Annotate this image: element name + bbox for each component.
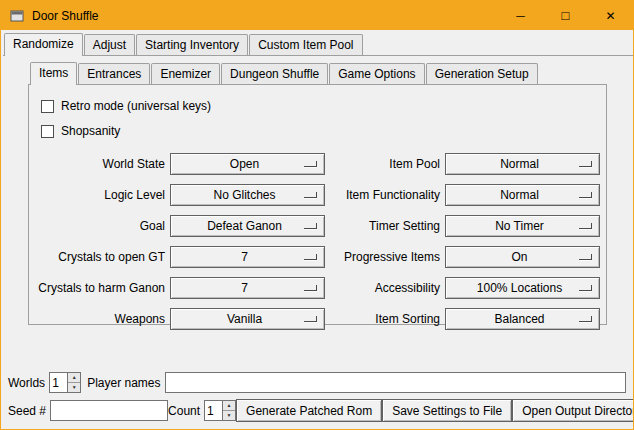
weapons-dropdown[interactable]: Vanilla [170,308,325,330]
checkbox-box-icon [41,100,54,113]
tab-enemizer[interactable]: Enemizer [151,63,220,84]
door-shuffle-window: Door Shuffle ─ □ ✕ Randomize Adjust Star… [0,0,634,430]
count-input[interactable] [205,401,222,420]
worlds-spinner[interactable]: ▲ ▼ [49,372,81,393]
worlds-label: Worlds [8,376,45,390]
save-settings-button[interactable]: Save Settings to File [382,399,512,422]
checkbox-box-icon [41,125,54,138]
seed-input[interactable] [50,400,168,421]
timer-setting-label: Timer Setting [330,215,440,237]
goal-label: Goal [35,215,165,237]
world-state-value: Open [230,157,265,171]
dropdown-indicator-icon [579,254,592,260]
progressive-items-dropdown[interactable]: On [445,246,600,268]
item-pool-label: Item Pool [330,153,440,175]
tab-starting-inventory[interactable]: Starting Inventory [136,34,248,55]
spin-up-icon[interactable]: ▲ [68,373,80,383]
generate-row: Seed # Count ▲ ▼ Generate Patched Rom Sa… [8,399,626,422]
spin-up-icon[interactable]: ▲ [223,401,235,411]
crystals-open-gt-value: 7 [241,250,254,264]
timer-setting-dropdown[interactable]: No Timer [445,215,600,237]
player-names-label: Player names [87,376,160,390]
item-sorting-dropdown[interactable]: Balanced [445,308,600,330]
logic-level-dropdown[interactable]: No Glitches [170,184,325,206]
dropdown-indicator-icon [579,316,592,322]
items-pane: Retro mode (universal keys) Shopsanity W… [28,84,607,325]
tab-dungeon-shuffle[interactable]: Dungeon Shuffle [221,63,328,84]
player-names-input[interactable] [165,372,627,393]
shopsanity-label: Shopsanity [61,124,120,138]
count-spinner[interactable]: ▲ ▼ [204,400,236,421]
tab-adjust[interactable]: Adjust [84,34,135,55]
crystals-open-gt-dropdown[interactable]: 7 [170,246,325,268]
settings-grid: World State Open Item Pool Normal Logic … [35,153,600,330]
window-title: Door Shuffle [32,9,99,23]
window-controls: ─ □ ✕ [498,1,633,30]
world-state-dropdown[interactable]: Open [170,153,325,175]
retro-mode-checkbox[interactable]: Retro mode (universal keys) [41,96,600,116]
seed-label: Seed # [8,404,46,418]
tab-randomize[interactable]: Randomize [4,33,83,56]
minimize-icon: ─ [516,11,525,21]
crystals-harm-ganon-label: Crystals to harm Ganon [35,277,165,299]
crystals-harm-ganon-value: 7 [241,281,254,295]
item-pool-value: Normal [500,157,545,171]
dropdown-indicator-icon [304,254,317,260]
item-functionality-dropdown[interactable]: Normal [445,184,600,206]
world-state-label: World State [35,153,165,175]
randomize-notebook: Items Entrances Enemizer Dungeon Shuffle… [28,62,607,325]
maximize-button[interactable]: □ [543,1,588,30]
logic-level-value: No Glitches [213,188,281,202]
maximize-icon: □ [562,9,570,22]
title-bar[interactable]: Door Shuffle ─ □ ✕ [1,1,633,30]
open-output-directory-button[interactable]: Open Output Directory [512,399,634,422]
tab-generation-setup[interactable]: Generation Setup [426,63,538,84]
dropdown-indicator-icon [304,223,317,229]
timer-setting-value: No Timer [495,219,550,233]
spinner-arrows: ▲ ▼ [67,373,80,392]
crystals-harm-ganon-dropdown[interactable]: 7 [170,277,325,299]
weapons-value: Vanilla [227,312,268,326]
outer-tab-bar: Randomize Adjust Starting Inventory Cust… [3,33,633,56]
logic-level-label: Logic Level [35,184,165,206]
item-functionality-value: Normal [500,188,545,202]
spin-down-icon[interactable]: ▼ [223,411,235,420]
spinner-arrows: ▲ ▼ [222,401,235,420]
minimize-button[interactable]: ─ [498,1,543,30]
app-icon [10,9,24,23]
count-label: Count [168,404,200,418]
item-functionality-label: Item Functionality [330,184,440,206]
crystals-open-gt-label: Crystals to open GT [35,246,165,268]
goal-value: Defeat Ganon [207,219,288,233]
tab-items[interactable]: Items [30,62,77,85]
dropdown-indicator-icon [304,316,317,322]
generate-patched-rom-button[interactable]: Generate Patched Rom [236,399,382,422]
worlds-input[interactable] [50,373,67,392]
spin-down-icon[interactable]: ▼ [68,383,80,392]
item-pool-dropdown[interactable]: Normal [445,153,600,175]
multiworld-row: Worlds ▲ ▼ Player names [8,371,626,394]
tab-custom-item-pool[interactable]: Custom Item Pool [249,34,362,55]
progressive-items-value: On [511,250,533,264]
progressive-items-label: Progressive Items [330,246,440,268]
accessibility-label: Accessibility [330,277,440,299]
weapons-label: Weapons [35,308,165,330]
shopsanity-checkbox[interactable]: Shopsanity [41,121,600,141]
accessibility-dropdown[interactable]: 100% Locations [445,277,600,299]
retro-mode-label: Retro mode (universal keys) [61,99,211,113]
tab-entrances[interactable]: Entrances [78,63,150,84]
accessibility-value: 100% Locations [477,281,568,295]
dropdown-indicator-icon [304,285,317,291]
dropdown-indicator-icon [304,161,317,167]
inner-tab-bar: Items Entrances Enemizer Dungeon Shuffle… [28,62,607,84]
dropdown-indicator-icon [304,192,317,198]
tab-game-options[interactable]: Game Options [329,63,424,84]
close-icon: ✕ [605,9,615,23]
dropdown-indicator-icon [579,192,592,198]
dropdown-indicator-icon [579,285,592,291]
dropdown-indicator-icon [579,223,592,229]
item-sorting-label: Item Sorting [330,308,440,330]
item-sorting-value: Balanced [494,312,550,326]
goal-dropdown[interactable]: Defeat Ganon [170,215,325,237]
close-button[interactable]: ✕ [588,1,633,30]
